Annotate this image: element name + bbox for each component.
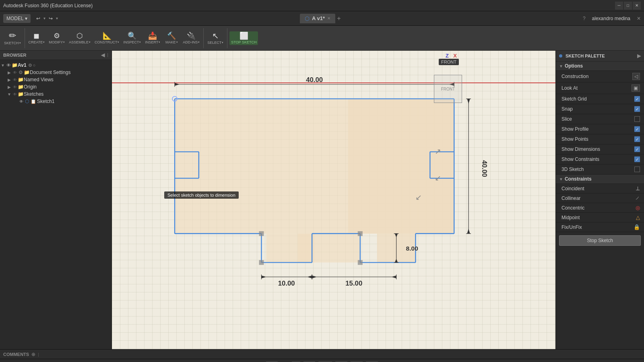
look-at-control[interactable]: ▣	[632, 84, 640, 92]
root-expand-icon: ▼	[0, 63, 6, 68]
undo-arrow-icon[interactable]: ▾	[43, 16, 45, 21]
origin-eye-icon[interactable]: 👁	[13, 85, 17, 89]
sketch1-label: Sketch1	[37, 99, 54, 104]
stop-sketch-label: STOP SKETCH	[231, 40, 256, 44]
assemble-icon: ⬡	[76, 32, 83, 39]
named-views-expand-icon: ▶	[6, 78, 12, 82]
option-show-dimensions[interactable]: Show Dimensions	[556, 144, 644, 154]
sketch-tool[interactable]: ✏ SKETCH ▾	[2, 31, 23, 46]
named-views-label: Named Views	[24, 77, 54, 82]
addins-tool[interactable]: 🔌 ADD-INS ▾	[181, 31, 201, 45]
look-at-button[interactable]: ▣	[632, 84, 640, 92]
insert-icon: 📥	[148, 32, 157, 39]
insert-tool[interactable]: 📥 INSERT ▾	[143, 31, 162, 45]
option-snap[interactable]: Snap	[556, 104, 644, 114]
root-settings-icon[interactable]: ⚙	[28, 63, 32, 68]
3d-sketch-checkbox[interactable]	[634, 167, 640, 172]
construct-tool[interactable]: 📐 CONSTRUCT ▾	[93, 31, 121, 45]
svg-marker-45	[392, 276, 396, 278]
constraint-fix-unfix[interactable]: Fix/UnFix 🔒	[556, 222, 644, 232]
sketches-eye-icon[interactable]: 👁	[13, 92, 17, 97]
option-show-points[interactable]: Show Points	[556, 134, 644, 144]
root-eye-icon[interactable]: 👁	[6, 63, 11, 68]
new-tab-button[interactable]: +	[337, 15, 341, 22]
close-tab-icon[interactable]: ✕	[327, 16, 330, 21]
make-tool[interactable]: 🔨 MAKE ▾	[163, 31, 180, 45]
svg-marker-33	[467, 229, 470, 234]
option-construction[interactable]: Construction ◁	[556, 71, 644, 82]
option-show-profile[interactable]: Show Profile	[556, 124, 644, 134]
make-icon: 🔨	[167, 32, 176, 39]
comments-add-icon[interactable]: ⊕	[31, 352, 35, 357]
constraint-collinear[interactable]: Collinear ⟋	[556, 193, 644, 203]
construct-label: CONSTRUCT ▾	[95, 40, 120, 44]
midpoint-icon: △	[636, 214, 640, 220]
snap-checkbox[interactable]	[634, 106, 640, 112]
show-points-checkbox[interactable]	[634, 136, 640, 142]
constraint-coincident[interactable]: Coincident ⊥	[556, 184, 644, 193]
help-icon[interactable]: ?	[583, 16, 586, 21]
nav-cube[interactable]: FRONT	[434, 75, 462, 103]
comments-label: COMMENTS	[3, 352, 29, 357]
svg-marker-38	[261, 276, 266, 278]
undo-button[interactable]: ↩	[36, 16, 40, 21]
show-dimensions-checkbox[interactable]	[634, 146, 640, 152]
option-sketch-grid[interactable]: Sketch Grid	[556, 94, 644, 104]
browser-item-root[interactable]: ▼ 👁 📁 Av1 ⚙ ○	[0, 62, 111, 69]
show-constraints-checkbox[interactable]	[634, 156, 640, 162]
options-section-header[interactable]: ▼ Options	[556, 62, 644, 71]
close-button[interactable]: ✕	[633, 2, 641, 10]
stop-sketch-tool[interactable]: ⬜ STOP SKETCH	[229, 31, 258, 45]
option-show-constraints[interactable]: Show Constraints	[556, 154, 644, 165]
sketches-folder-icon: 📁	[18, 91, 24, 97]
browser-item-sketches[interactable]: ▼ 👁 📁 Sketches	[0, 90, 111, 98]
sketch-canvas[interactable]: 40.00 40.00 10.00 15.00	[112, 51, 555, 349]
maximize-button[interactable]: □	[624, 2, 632, 10]
select-tool[interactable]: ↖ SELECT ▾	[206, 31, 225, 45]
assemble-tool[interactable]: ⬡ ASSEMBLE ▾	[67, 31, 92, 45]
sketch-palette-panel: SKETCH PALETTE ▶ ▼ Options Construction …	[555, 51, 644, 349]
browser-item-named-views[interactable]: ▶ 👁 📁 Named Views	[0, 76, 111, 83]
fusion-icon: ⬡	[305, 15, 310, 22]
doc-settings-expand-icon: ▶	[6, 70, 12, 75]
slice-checkbox[interactable]	[634, 116, 640, 122]
panel-expand-icon[interactable]: ▶	[637, 53, 641, 59]
option-3d-sketch[interactable]: 3D Sketch	[556, 165, 644, 175]
sketch-label: SKETCH ▾	[4, 41, 21, 45]
constraints-section-header[interactable]: ▼ Constraints	[556, 175, 644, 184]
sketch1-eye-icon[interactable]: 👁	[19, 99, 23, 104]
modify-tool[interactable]: ⚙ MODIFY ▾	[47, 31, 66, 45]
stop-sketch-button[interactable]: Stop Sketch	[559, 235, 641, 246]
constraint-midpoint[interactable]: Midpoint △	[556, 213, 644, 222]
collinear-label: Collinear	[561, 195, 580, 201]
browser-item-doc-settings[interactable]: ▶ 👁 ⚙ 📁 Document Settings	[0, 69, 111, 76]
window-controls: ─ □ ✕	[615, 2, 641, 10]
stop-sketch-icon: ⬜	[239, 32, 248, 39]
browser-item-origin[interactable]: ▶ 👁 📁 Origin	[0, 83, 111, 90]
create-tool[interactable]: ◼ CREATE ▾	[27, 31, 47, 45]
svg-text:8.00: 8.00	[406, 245, 419, 252]
option-look-at[interactable]: Look At ▣	[556, 82, 644, 94]
constraint-concentric[interactable]: Concentric ◎	[556, 203, 644, 213]
canvas-area[interactable]: Z X FRONT	[112, 51, 555, 349]
inspect-tool[interactable]: 🔍 INSPECT ▾	[122, 31, 142, 45]
close-window-button[interactable]: ✕	[637, 16, 641, 21]
svg-rect-54	[358, 231, 363, 236]
browser-collapse-icon[interactable]: ◀	[101, 52, 105, 58]
model-dropdown[interactable]: MODEL ▾	[3, 14, 31, 23]
named-views-eye-icon[interactable]: 👁	[13, 78, 17, 82]
minimize-button[interactable]: ─	[615, 2, 623, 10]
redo-button[interactable]: ↪	[49, 16, 53, 21]
root-lock-icon[interactable]: ○	[33, 63, 36, 68]
browser-item-sketch1[interactable]: 👁 ⬡ 📋 Sketch1	[0, 98, 111, 105]
show-profile-checkbox[interactable]	[634, 126, 640, 132]
app-title: Autodesk Fusion 360 (Education License)	[3, 3, 93, 8]
svg-text:↙: ↙	[415, 193, 422, 202]
construction-button[interactable]: ◁	[632, 73, 640, 80]
sketch-grid-checkbox[interactable]	[634, 96, 640, 102]
construction-control[interactable]: ◁	[632, 73, 640, 80]
option-slice[interactable]: Slice	[556, 114, 644, 124]
file-tab[interactable]: ⬡ A v1* ✕	[300, 14, 335, 23]
doc-settings-eye-icon[interactable]: 👁	[13, 70, 17, 75]
constraints-arrow-icon: ▼	[559, 177, 563, 181]
